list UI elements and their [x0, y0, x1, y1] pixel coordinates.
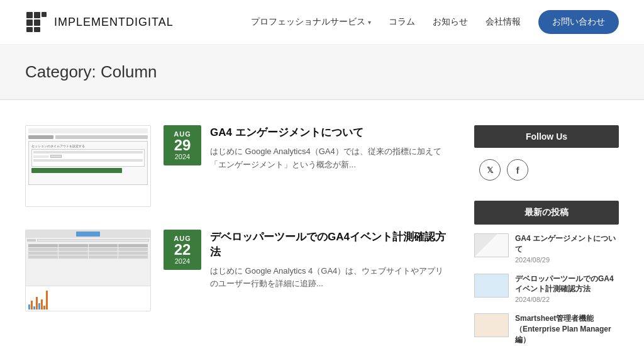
main-nav: プロフェッショナルサービス ▾ コラム お知らせ 会社情報 お問い合わせ	[251, 10, 619, 34]
svg-rect-5	[26, 27, 33, 32]
nav-news[interactable]: お知らせ	[433, 16, 468, 28]
recent-post-date-1: 2024/08/29	[515, 256, 619, 264]
recent-posts-section: 最新の投稿 GA4 エンゲージメントについて 2024/08/29 デベロッパー…	[474, 201, 619, 346]
recent-thumb-1	[474, 233, 509, 257]
category-banner: Category: Column	[0, 45, 644, 100]
header: IMPLEMENTDIGITAL プロフェッショナルサービス ▾ コラム お知ら…	[0, 0, 644, 45]
nav-company[interactable]: 会社情報	[486, 16, 521, 28]
svg-rect-1	[34, 12, 40, 18]
post-info-2: デベロッパーツールでのGA4イベント計測確認方法 はじめに Google Ana…	[210, 230, 449, 291]
main-content: セッションのタイムアウトを設定する	[0, 100, 644, 346]
post-card-2: AUG 22 2024 デベロッパーツールでのGA4イベント計測確認方法 はじめ…	[25, 230, 449, 311]
post-title-1[interactable]: GA4 エンゲージメントについて	[210, 125, 449, 140]
recent-post-title-2[interactable]: デベロッパーツールでのGA4イベント計測確認方法	[515, 274, 619, 295]
logo-text: IMPLEMENTDIGITAL	[54, 16, 174, 29]
recent-post-info-3: Smartsheet管理者機能（Enterprise Plan Manager編…	[515, 313, 619, 346]
post-meta-2: AUG 22 2024 デベロッパーツールでのGA4イベント計測確認方法 はじめ…	[164, 230, 449, 291]
social-icons: 𝕏 f	[474, 157, 619, 183]
page-title: Category: Column	[25, 62, 619, 82]
recent-post-info-1: GA4 エンゲージメントについて 2024/08/29	[515, 233, 619, 264]
follow-us-section: Follow Us 𝕏 f	[474, 125, 619, 183]
svg-rect-3	[26, 20, 33, 26]
recent-thumb-3	[474, 313, 509, 337]
svg-rect-0	[26, 12, 33, 18]
svg-rect-6	[34, 27, 40, 32]
logo-icon	[25, 11, 48, 33]
date-badge-1: AUG 29 2024	[164, 125, 201, 165]
recent-post-date-2: 2024/08/22	[515, 296, 619, 303]
posts-area: セッションのタイムアウトを設定する	[25, 125, 449, 346]
recent-post-title-3[interactable]: Smartsheet管理者機能（Enterprise Plan Manager編…	[515, 313, 619, 345]
logo[interactable]: IMPLEMENTDIGITAL	[25, 11, 174, 33]
post-excerpt-1: はじめに Google Analytics4（GA4）では、従来の指標に加えて「…	[210, 145, 449, 172]
post-thumbnail-1[interactable]: セッションのタイムアウトを設定する	[25, 125, 151, 207]
sidebar: Follow Us 𝕏 f 最新の投稿 GA4 エンゲージメントについて 202…	[474, 125, 619, 346]
recent-post-item-3: Smartsheet管理者機能（Enterprise Plan Manager編…	[474, 313, 619, 346]
follow-us-header: Follow Us	[474, 125, 619, 148]
recent-thumb-2	[474, 274, 509, 298]
post-title-2[interactable]: デベロッパーツールでのGA4イベント計測確認方法	[210, 230, 449, 260]
facebook-icon[interactable]: f	[507, 159, 528, 181]
post-meta-1: AUG 29 2024 GA4 エンゲージメントについて はじめに Google…	[164, 125, 449, 171]
post-card: セッションのタイムアウトを設定する	[25, 125, 449, 207]
post-info-1: GA4 エンゲージメントについて はじめに Google Analytics4（…	[210, 125, 449, 171]
recent-post-item-2: デベロッパーツールでのGA4イベント計測確認方法 2024/08/22	[474, 274, 619, 304]
nav-column[interactable]: コラム	[389, 16, 415, 28]
nav-services[interactable]: プロフェッショナルサービス ▾	[251, 16, 371, 28]
post-thumbnail-2[interactable]	[25, 230, 151, 311]
svg-rect-2	[42, 12, 47, 17]
contact-button[interactable]: お問い合わせ	[538, 10, 619, 34]
recent-posts-header: 最新の投稿	[474, 201, 619, 225]
recent-post-item-1: GA4 エンゲージメントについて 2024/08/29	[474, 233, 619, 264]
chevron-down-icon: ▾	[368, 19, 371, 26]
date-badge-2: AUG 22 2024	[164, 230, 201, 270]
svg-rect-4	[34, 20, 40, 26]
recent-post-title-1[interactable]: GA4 エンゲージメントについて	[515, 233, 619, 255]
recent-post-info-2: デベロッパーツールでのGA4イベント計測確認方法 2024/08/22	[515, 274, 619, 304]
twitter-icon[interactable]: 𝕏	[479, 159, 501, 181]
post-excerpt-2: はじめに Google Analytics 4（GA4）は、ウェブサイトやアプリ…	[210, 265, 449, 291]
